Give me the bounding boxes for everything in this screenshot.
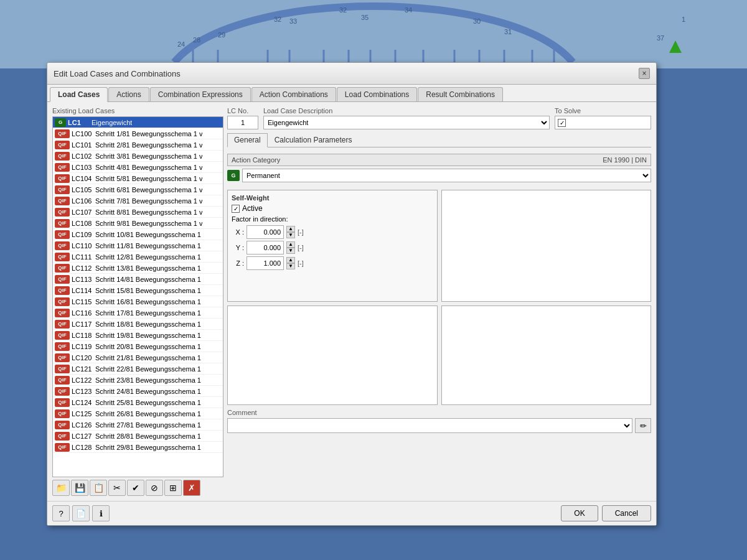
tab-action-combinations[interactable]: Action Combinations [251, 87, 336, 101]
list-item[interactable]: QiF LC110 Schritt 11/81 Bewegungsschema … [53, 240, 223, 251]
list-item[interactable]: QiF LC124 Schritt 25/81 Bewegungsschema … [53, 397, 223, 408]
clear-button[interactable]: ⊘ [146, 480, 163, 496]
factor-y-up[interactable]: ▲ [286, 241, 295, 248]
docs-button[interactable]: 📄 [72, 505, 90, 521]
dialog-body: Existing Load Cases G LC1 Eigengewicht Q… [47, 102, 656, 501]
item-desc: Schritt 3/81 Bewegungsschema 1 v [95, 152, 202, 160]
bottom-right-box [441, 306, 652, 405]
item-desc: Schritt 22/81 Bewegungsschema 1 [95, 365, 201, 373]
tab-combination-expressions[interactable]: Combination Expressions [150, 87, 251, 101]
item-code: LC120 [72, 354, 95, 362]
item-desc: Schritt 15/81 Bewegungsschema 1 [95, 287, 201, 294]
copy-button[interactable]: 📋 [90, 480, 107, 496]
ok-button[interactable]: OK [561, 505, 598, 521]
list-item[interactable]: QiF LC128 Schritt 29/81 Bewegungsschema … [53, 442, 223, 453]
import-button[interactable]: ✂ [108, 480, 126, 496]
factor-x-axis: X : [232, 228, 244, 236]
factor-z-down[interactable]: ▼ [286, 263, 295, 269]
factor-x-up[interactable]: ▲ [286, 226, 295, 232]
list-item[interactable]: QiF LC125 Schritt 26/81 Bewegungsschema … [53, 408, 223, 419]
action-category-label: Action Category [232, 156, 280, 164]
item-badge: QiF [55, 365, 70, 373]
cancel-button[interactable]: Cancel [602, 505, 651, 521]
apply-button[interactable]: ✔ [127, 480, 144, 496]
load-cases-list[interactable]: G LC1 Eigengewicht QiF LC100 Schritt 1/8… [52, 116, 223, 477]
item-code: LC115 [72, 298, 95, 306]
item-badge: QiF [55, 376, 70, 385]
list-item[interactable]: QiF LC108 Schritt 9/81 Bewegungsschema 1… [53, 218, 223, 229]
item-badge: QiF [55, 241, 70, 250]
item-badge: QiF [55, 309, 70, 317]
factor-y-spinner[interactable]: ▲ ▼ [286, 241, 295, 254]
item-badge: QiF [55, 253, 70, 261]
list-item[interactable]: QiF LC103 Schritt 4/81 Bewegungsschema 1… [53, 162, 223, 173]
action-category-select[interactable]: Permanent [242, 169, 651, 182]
comment-input[interactable] [227, 418, 632, 433]
tab-actions[interactable]: Actions [108, 87, 149, 101]
factor-z-input[interactable] [247, 256, 284, 270]
factor-z-spinner[interactable]: ▲ ▼ [286, 257, 295, 269]
list-item[interactable]: QiF LC126 Schritt 27/81 Bewegungsschema … [53, 419, 223, 431]
item-desc: Schritt 7/81 Bewegungsschema 1 v [95, 197, 202, 205]
sub-tab-general[interactable]: General [227, 133, 268, 147]
comment-edit-button[interactable]: ✏ [635, 418, 651, 433]
item-desc: Schritt 11/81 Bewegungsschema 1 [95, 242, 201, 250]
item-desc: Schritt 18/81 Bewegungsschema 1 [95, 320, 201, 328]
save-button[interactable]: 💾 [71, 480, 88, 496]
multi-button[interactable]: ⊞ [164, 480, 182, 496]
tab-load-combinations[interactable]: Load Combinations [337, 87, 417, 101]
sub-tab-calc-params[interactable]: Calculation Parameters [268, 133, 359, 147]
factor-y-input[interactable] [247, 241, 284, 254]
help-button[interactable]: ? [52, 505, 70, 521]
item-desc: Schritt 16/81 Bewegungsschema 1 [95, 298, 201, 306]
factor-z-up[interactable]: ▲ [286, 257, 295, 263]
item-desc: Schritt 13/81 Bewegungsschema 1 [95, 264, 201, 272]
item-code: LC118 [72, 332, 95, 339]
to-solve-group: To Solve ✓ [555, 107, 651, 129]
list-item[interactable]: QiF LC113 Schritt 14/81 Bewegungsschema … [53, 274, 223, 285]
item-badge: QiF [55, 129, 70, 138]
list-item[interactable]: QiF LC109 Schritt 10/81 Bewegungsschema … [53, 229, 223, 240]
info-button[interactable]: ℹ [92, 505, 110, 521]
delete-button[interactable]: ✗ [183, 480, 200, 496]
self-weight-active-checkbox[interactable]: ✓ [232, 205, 240, 213]
comment-label: Comment [227, 409, 651, 416]
list-item[interactable]: QiF LC114 Schritt 15/81 Bewegungsschema … [53, 285, 223, 296]
list-item[interactable]: QiF LC121 Schritt 22/81 Bewegungsschema … [53, 363, 223, 375]
lc-desc-select[interactable]: Eigengewicht [263, 116, 550, 129]
list-item[interactable]: QiF LC101 Schritt 2/81 Bewegungsschema 1… [53, 139, 223, 151]
to-solve-checkbox[interactable]: ✓ [558, 119, 566, 127]
list-item[interactable]: G LC1 Eigengewicht [53, 117, 223, 128]
tab-result-combinations[interactable]: Result Combinations [418, 87, 503, 101]
list-item[interactable]: QiF LC117 Schritt 18/81 Bewegungsschema … [53, 319, 223, 330]
list-item[interactable]: QiF LC115 Schritt 16/81 Bewegungsschema … [53, 296, 223, 307]
list-item[interactable]: QiF LC122 Schritt 23/81 Bewegungsschema … [53, 375, 223, 386]
list-item[interactable]: QiF LC127 Schritt 28/81 Bewegungsschema … [53, 431, 223, 442]
factor-x-spinner[interactable]: ▲ ▼ [286, 226, 295, 238]
comment-row: ✏ [227, 418, 651, 433]
item-code: LC119 [72, 343, 95, 350]
item-badge: QiF [55, 421, 70, 429]
lc-no-input[interactable] [227, 116, 258, 129]
factor-x-input[interactable] [247, 225, 284, 239]
dialog-content: Existing Load Cases G LC1 Eigengewicht Q… [52, 107, 651, 496]
close-button[interactable]: × [639, 68, 650, 79]
list-item[interactable]: QiF LC111 Schritt 12/81 Bewegungsschema … [53, 251, 223, 263]
list-item[interactable]: QiF LC112 Schritt 13/81 Bewegungsschema … [53, 263, 223, 274]
list-item[interactable]: QiF LC116 Schritt 17/81 Bewegungsschema … [53, 307, 223, 319]
list-item[interactable]: QiF LC104 Schritt 5/81 Bewegungsschema 1… [53, 173, 223, 184]
list-item[interactable]: QiF LC123 Schritt 24/81 Bewegungsschema … [53, 386, 223, 397]
list-item[interactable]: QiF LC105 Schritt 6/81 Bewegungsschema 1… [53, 184, 223, 195]
list-item[interactable]: QiF LC102 Schritt 3/81 Bewegungsschema 1… [53, 151, 223, 162]
list-item[interactable]: QiF LC120 Schritt 21/81 Bewegungsschema … [53, 352, 223, 363]
list-item[interactable]: QiF LC119 Schritt 20/81 Bewegungsschema … [53, 341, 223, 352]
item-code: LC125 [72, 410, 95, 418]
list-item[interactable]: QiF LC107 Schritt 8/81 Bewegungsschema 1… [53, 207, 223, 218]
open-button[interactable]: 📁 [52, 480, 70, 496]
list-item[interactable]: QiF LC118 Schritt 19/81 Bewegungsschema … [53, 330, 223, 341]
list-item[interactable]: QiF LC100 Schritt 1/81 Bewegungsschema 1… [53, 128, 223, 139]
tab-load-cases[interactable]: Load Cases [50, 87, 108, 102]
factor-y-down[interactable]: ▼ [286, 248, 295, 254]
list-item[interactable]: QiF LC106 Schritt 7/81 Bewegungsschema 1… [53, 195, 223, 207]
factor-x-down[interactable]: ▼ [286, 232, 295, 238]
